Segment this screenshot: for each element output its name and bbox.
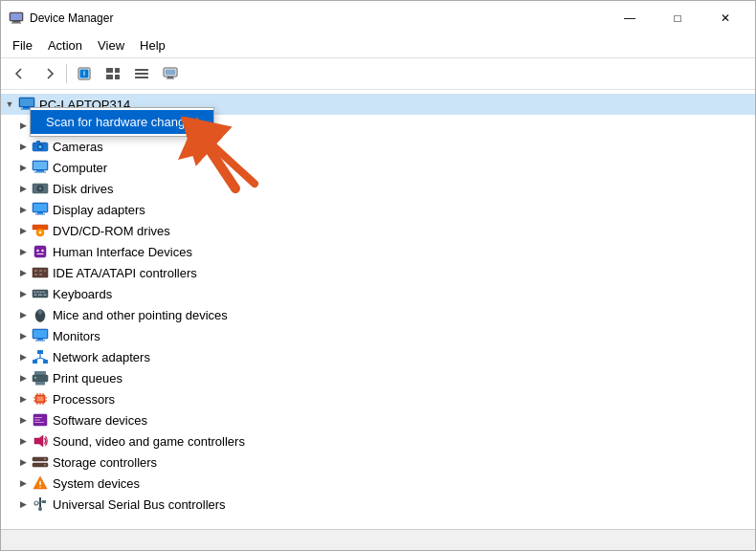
svg-point-100: [44, 458, 46, 460]
maximize-button[interactable]: □: [656, 7, 700, 30]
svg-rect-70: [35, 341, 45, 342]
tree-item[interactable]: ▶Display adapters: [1, 199, 755, 220]
svg-rect-33: [33, 162, 47, 169]
menu-bar: File Action View Help: [1, 33, 755, 58]
back-icon: [13, 67, 27, 80]
device-category-icon: [32, 390, 49, 408]
svg-rect-11: [135, 69, 148, 71]
tree-item[interactable]: ▶Mice and other pointing devices: [1, 304, 755, 325]
tree-item[interactable]: ▶Disk drives: [1, 178, 755, 199]
svg-rect-31: [36, 141, 40, 143]
tree-item[interactable]: ▶Universal Serial Bus controllers: [1, 494, 755, 515]
svg-rect-54: [39, 274, 42, 276]
svg-rect-77: [34, 371, 46, 375]
device-category-label: Mice and other pointing devices: [53, 308, 228, 322]
view-properties-button[interactable]: i: [71, 61, 98, 86]
monitor-icon: [163, 66, 178, 81]
svg-rect-53: [39, 270, 42, 272]
tree-item[interactable]: ▶Print queues: [1, 367, 755, 388]
svg-rect-58: [37, 292, 39, 294]
expand-arrow-icon: ▶: [16, 266, 30, 279]
categories-icon: [105, 66, 121, 81]
tree-item[interactable]: ▶IDE ATA/ATAPI controllers: [1, 262, 755, 283]
svg-rect-69: [37, 339, 43, 341]
device-category-label: Display adapters: [53, 203, 145, 217]
svg-rect-17: [167, 78, 174, 79]
menu-file[interactable]: File: [5, 35, 40, 55]
device-category-icon: [32, 369, 49, 386]
device-category-icon: [32, 180, 49, 197]
svg-rect-71: [37, 350, 43, 354]
svg-rect-82: [37, 397, 44, 402]
device-category-label: Monitors: [53, 329, 100, 343]
tree-item[interactable]: ▶System devices: [1, 473, 755, 494]
device-category-label: Computer: [53, 161, 107, 175]
device-category-label: Disk drives: [53, 182, 114, 196]
view-list-button[interactable]: [128, 61, 155, 86]
svg-text:i: i: [83, 70, 85, 77]
tree-item[interactable]: ▶Monitors: [1, 325, 755, 346]
toolbar-separator-1: [66, 64, 67, 83]
show-hidden-button[interactable]: [157, 61, 184, 86]
expand-arrow-icon: ▶: [16, 140, 30, 153]
svg-rect-51: [34, 270, 37, 272]
expand-arrow-icon: ▶: [16, 434, 30, 448]
title-bar: Device Manager — □ ✕: [1, 1, 755, 33]
device-manager-window: Device Manager — □ ✕ File Action View He…: [0, 0, 756, 551]
device-category-label: Storage controllers: [53, 455, 157, 470]
tree-item[interactable]: ▶Keyboards: [1, 283, 755, 304]
device-category-icon: [32, 138, 49, 155]
svg-rect-2: [12, 21, 20, 23]
tree-item[interactable]: ▶Network adapters: [1, 346, 755, 367]
scan-hardware-menu-item[interactable]: Scan for hardware changes: [31, 110, 213, 134]
forward-icon: [42, 67, 56, 80]
tree-item[interactable]: ▶Sound, video and game controllers: [1, 430, 755, 452]
expand-arrow-icon: ▶: [16, 497, 30, 511]
svg-rect-42: [35, 214, 45, 215]
device-category-icon: [32, 496, 49, 513]
svg-rect-60: [43, 292, 45, 294]
device-category-icon: [32, 306, 49, 323]
svg-rect-94: [34, 417, 42, 418]
menu-help[interactable]: Help: [132, 35, 173, 55]
menu-action[interactable]: Action: [40, 35, 90, 55]
tree-item[interactable]: ▶Processors: [1, 388, 755, 409]
minimize-button[interactable]: —: [608, 7, 652, 30]
svg-point-108: [34, 501, 38, 505]
tree-item[interactable]: ▶Human Interface Devices: [1, 241, 755, 262]
tree-panel[interactable]: Scan for hardware changes: [1, 90, 755, 529]
svg-rect-72: [33, 360, 37, 364]
svg-rect-56: [33, 290, 48, 298]
device-category-label: Keyboards: [53, 287, 112, 301]
expand-arrow-icon: ▶: [16, 476, 30, 490]
view-categories-button[interactable]: [100, 61, 126, 86]
tree-item[interactable]: ▶Computer: [1, 157, 755, 178]
device-category-label: Network adapters: [53, 350, 150, 364]
tree-item[interactable]: ▶Cameras: [1, 136, 755, 157]
menu-view[interactable]: View: [90, 35, 132, 55]
svg-point-110: [38, 507, 42, 511]
device-category-label: Universal Serial Bus controllers: [53, 497, 226, 512]
back-button[interactable]: [7, 61, 33, 86]
device-category-label: Processors: [53, 392, 115, 407]
expand-arrow-icon: ▶: [16, 371, 30, 385]
device-category-icon: [32, 222, 49, 239]
svg-marker-97: [34, 435, 43, 447]
svg-rect-35: [34, 172, 46, 173]
svg-rect-8: [115, 68, 120, 73]
tree-item[interactable]: ▶Software devices: [1, 409, 755, 430]
svg-rect-62: [38, 295, 42, 297]
expand-arrow-icon: ▶: [16, 287, 30, 300]
expand-arrow-icon: ▶: [16, 455, 30, 469]
expand-arrow-icon: ▶: [16, 182, 30, 195]
expand-arrow-icon: ▶: [16, 119, 30, 132]
properties-icon: i: [77, 66, 92, 81]
tree-item[interactable]: ▶DVD/CD-ROM drives: [1, 220, 755, 241]
expand-arrow-icon: ▶: [16, 245, 30, 258]
device-category-icon: [32, 243, 49, 260]
tree-item[interactable]: ▶Storage controllers: [1, 452, 755, 473]
svg-line-75: [35, 358, 41, 360]
close-button[interactable]: ✕: [703, 7, 747, 30]
forward-button[interactable]: [35, 61, 62, 86]
context-menu[interactable]: Scan for hardware changes: [30, 107, 214, 137]
